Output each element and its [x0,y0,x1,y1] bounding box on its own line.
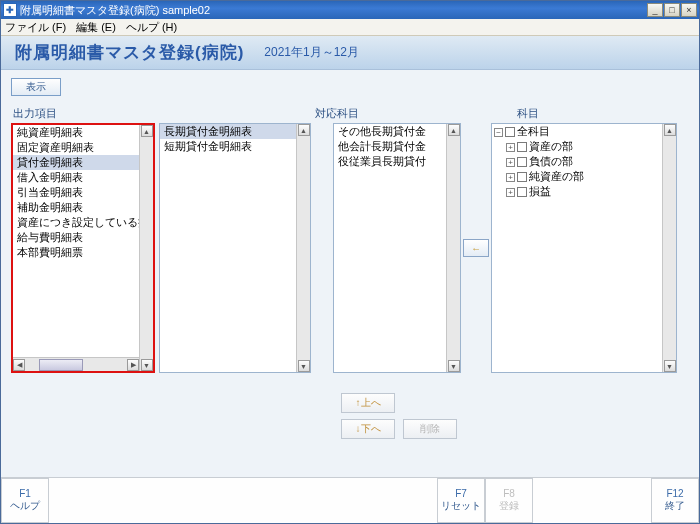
f8-register: F8 登録 [485,478,533,523]
fkey-number: F8 [503,488,515,499]
tree-node[interactable]: +損益 [492,184,662,199]
order-button-row: ↑上へ [341,393,689,413]
scroll-up-icon[interactable]: ▲ [664,124,676,136]
collapse-icon[interactable]: − [494,128,503,137]
f1-help[interactable]: F1 ヘルプ [1,478,49,523]
scroll-up-icon[interactable]: ▲ [141,125,153,137]
transfer-buttons: ← [461,123,491,373]
scroll-down-icon[interactable]: ▼ [298,360,310,372]
tree-node[interactable]: +純資産の部 [492,169,662,184]
folder-icon [505,127,515,137]
move-down-button[interactable]: ↓下へ [341,419,395,439]
tree-node-label: 純資産の部 [529,170,584,182]
target-items: その他長期貸付金 他会計長期貸付金 役従業員長期貸付 [334,124,446,372]
app-window: ✚ 附属明細書マスタ登録(病院) sample02 _ □ × ファイル (F)… [0,0,700,524]
fkey-label: リセット [441,499,481,513]
list-item[interactable]: 補助金明細表 [13,200,139,215]
tree-items: −全科目 +資産の部 +負債の部 +純資産の部 +損益 [492,124,662,372]
target-section-label: 対応科目 [315,106,483,121]
app-icon: ✚ [3,3,17,17]
columns: 純資産明細表 固定資産明細表 貸付金明細表 借入金明細表 引当金明細表 補助金明… [11,123,689,383]
period-label: 2021年1月～12月 [264,44,359,61]
scroll-down-icon[interactable]: ▼ [448,360,460,372]
expand-icon[interactable]: + [506,188,515,197]
account-section-label: 科目 [517,106,689,121]
order-button-row-2: ↓下へ 削除 [341,419,689,439]
tree-root-label: 全科目 [517,125,550,137]
list-item[interactable]: 引当金明細表 [13,185,139,200]
account-tree[interactable]: −全科目 +資産の部 +負債の部 +純資産の部 +損益 ▲ ▼ [491,123,677,373]
move-left-button[interactable]: ← [463,239,489,257]
list-item[interactable]: 長期貸付金明細表 [160,124,296,139]
list-item[interactable]: 資産につき設定している担保権 [13,215,139,230]
fkey-label: 登録 [499,499,519,513]
function-key-bar: F1 ヘルプ F7 リセット F8 登録 F12 終了 [1,477,699,523]
list-item[interactable]: 固定資産明細表 [13,140,139,155]
minimize-button[interactable]: _ [647,3,663,17]
list-item[interactable]: 給与費明細表 [13,230,139,245]
scroll-down-icon[interactable]: ▼ [141,359,153,371]
window-title: 附属明細書マスタ登録(病院) sample02 [20,3,210,18]
list-item[interactable]: その他長期貸付金 [334,124,446,139]
hscroll-thumb[interactable] [39,359,83,371]
detail-items: 長期貸付金明細表 短期貸付金明細表 [160,124,296,372]
menu-bar: ファイル (F) 編集 (E) ヘルプ (H) [1,19,699,36]
vscrollbar[interactable]: ▲ ▼ [662,124,676,372]
list-item[interactable]: 借入金明細表 [13,170,139,185]
page-banner: 附属明細書マスタ登録(病院) 2021年1月～12月 [1,36,699,70]
fkey-label: ヘルプ [10,499,40,513]
detail-listbox[interactable]: 長期貸付金明細表 短期貸付金明細表 ▲ ▼ [159,123,311,373]
work-area: 表示 出力項目 対応科目 科目 純資産明細表 固定資産明細表 貸付金明細表 借入… [1,70,699,477]
scroll-up-icon[interactable]: ▲ [448,124,460,136]
fkey-number: F1 [19,488,31,499]
scroll-left-icon[interactable]: ◀ [13,359,25,371]
scroll-down-icon[interactable]: ▼ [664,360,676,372]
maximize-button[interactable]: □ [664,3,680,17]
list-item[interactable]: 貸付金明細表 [13,155,139,170]
title-bar: ✚ 附属明細書マスタ登録(病院) sample02 _ □ × [1,1,699,19]
list-item[interactable]: 純資産明細表 [13,125,139,140]
display-button[interactable]: 表示 [11,78,61,96]
tree-node[interactable]: +資産の部 [492,139,662,154]
tree-root[interactable]: −全科目 [492,124,662,139]
fkey-label: 終了 [665,499,685,513]
list-item[interactable]: 役従業員長期貸付 [334,154,446,169]
tree-node[interactable]: +負債の部 [492,154,662,169]
f12-exit[interactable]: F12 終了 [651,478,699,523]
output-items: 純資産明細表 固定資産明細表 貸付金明細表 借入金明細表 引当金明細表 補助金明… [13,125,139,357]
vscrollbar[interactable]: ▲ ▼ [139,125,153,371]
tree-node-label: 損益 [529,185,551,197]
folder-icon [517,157,527,167]
output-listbox[interactable]: 純資産明細表 固定資産明細表 貸付金明細表 借入金明細表 引当金明細表 補助金明… [11,123,155,373]
folder-icon [517,187,527,197]
delete-button[interactable]: 削除 [403,419,457,439]
expand-icon[interactable]: + [506,173,515,182]
vscrollbar[interactable]: ▲ ▼ [296,124,310,372]
vscrollbar[interactable]: ▲ ▼ [446,124,460,372]
target-listbox[interactable]: その他長期貸付金 他会計長期貸付金 役従業員長期貸付 ▲ ▼ [333,123,461,373]
fkey-number: F7 [455,488,467,499]
move-up-button[interactable]: ↑上へ [341,393,395,413]
expand-icon[interactable]: + [506,143,515,152]
tree-node-label: 負債の部 [529,155,573,167]
list-item[interactable]: 短期貸付金明細表 [160,139,296,154]
tree-node-label: 資産の部 [529,140,573,152]
page-title: 附属明細書マスタ登録(病院) [15,41,244,64]
hscrollbar[interactable]: ◀ ▶ [13,357,139,371]
menu-file[interactable]: ファイル (F) [5,20,66,35]
output-section-label: 出力項目 [13,106,313,121]
fkey-number: F12 [666,488,683,499]
menu-edit[interactable]: 編集 (E) [76,20,116,35]
scroll-up-icon[interactable]: ▲ [298,124,310,136]
list-item[interactable]: 本部費明細票 [13,245,139,260]
close-button[interactable]: × [681,3,697,17]
expand-icon[interactable]: + [506,158,515,167]
folder-icon [517,172,527,182]
scroll-right-icon[interactable]: ▶ [127,359,139,371]
f7-reset[interactable]: F7 リセット [437,478,485,523]
folder-icon [517,142,527,152]
list-item[interactable]: 他会計長期貸付金 [334,139,446,154]
menu-help[interactable]: ヘルプ (H) [126,20,177,35]
